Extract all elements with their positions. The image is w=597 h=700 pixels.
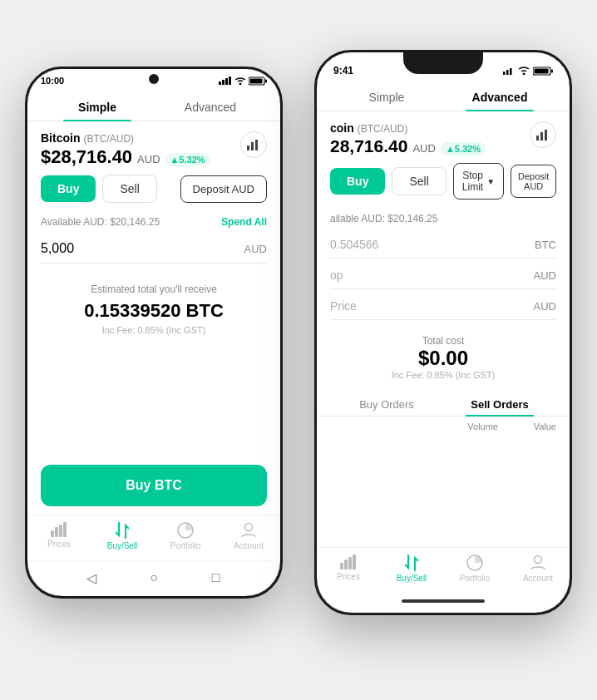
coin-currency-left: AUD [137,153,160,165]
estimated-label: Estimated total you'll receive [41,283,267,295]
android-home-bar: ◁ ○ □ [27,560,280,596]
nav-prices-label-right: Prices [337,572,360,581]
nav-account-left[interactable]: Account [217,522,280,550]
tab-simple-left[interactable]: Simple [41,92,154,121]
svg-rect-25 [540,132,543,140]
buysell-icon-right [405,555,418,571]
portfolio-icon [177,522,194,539]
amount-currency-left: AUD [244,243,267,255]
svg-rect-1 [222,80,224,85]
svg-rect-9 [251,142,254,150]
svg-point-4 [239,83,242,86]
chart-icon-left[interactable] [240,131,267,158]
chart-icon-right[interactable] [530,121,556,148]
sell-orders-tab[interactable]: Sell Orders [443,392,556,416]
coin-header-left: Bitcoin (BTC/AUD) $28,716.40 AUD ▲5.32% [27,121,280,175]
stop-input[interactable]: op AUD [330,262,556,289]
iphone-home-indicator [402,599,485,603]
status-right [219,76,267,86]
nav-account-label-left: Account [234,541,264,550]
buy-button-right[interactable]: Buy [330,168,385,195]
coin-ticker-right: (BTC/AUD) [358,123,408,135]
iphone-status-right [503,67,553,76]
svg-rect-11 [51,530,54,537]
recents-btn[interactable]: □ [208,569,224,586]
sell-button-right[interactable]: Sell [392,167,446,195]
left-tabs: Simple Advanced [27,92,280,121]
svg-point-16 [245,524,253,531]
available-label-left: Available AUD: $20,146.25 [41,216,160,228]
buy-orders-tab[interactable]: Buy Orders [330,392,443,416]
btc-input[interactable]: 0.504566 BTC [330,231,556,259]
deposit-button-right[interactable]: Deposit AUD [511,165,556,198]
total-amount: $0.00 [330,347,556,370]
svg-rect-3 [229,76,231,85]
total-fee: Inc Fee: 0.85% (Inc GST) [330,370,556,380]
stop-limit-button[interactable]: Stop Limit ▼ [453,163,504,200]
input-section-right: ailable AUD: $20,146.25 0.504566 BTC op … [317,210,570,327]
nav-buysell-label-right: Buy/Sell [397,574,427,583]
estimated-amount: 0.15339520 BTC [41,300,267,322]
android-phone: 10:00 Simple Advanced Bitcoin (BTC/A [25,67,283,599]
deposit-button-left[interactable]: Deposit AUD [180,175,267,203]
btc-currency: BTC [535,239,556,251]
nav-buysell-left[interactable]: Buy/Sell [91,522,154,550]
coin-header-right: coin (BTC/AUD) 28,716.40 AUD ▲5.32% [317,111,570,163]
tab-simple-right[interactable]: Simple [330,82,443,111]
btc-placeholder: 0.504566 [330,238,535,251]
nav-account-right[interactable]: Account [506,555,570,583]
nav-portfolio-label-left: Portfolio [170,541,201,550]
tab-advanced-right[interactable]: Advanced [443,82,556,111]
bottom-nav-left: Prices Buy/Sell Portfolio Account [27,515,280,560]
back-btn[interactable]: ◁ [83,569,100,586]
tab-advanced-left[interactable]: Advanced [154,92,267,121]
android-camera [149,74,159,84]
nav-portfolio-left[interactable]: Portfolio [154,522,217,550]
buy-btc-button[interactable]: Buy BTC [41,465,267,506]
nav-buysell-right[interactable]: Buy/Sell [380,555,443,583]
coin-price-left: $28,716.40 [41,146,132,168]
coin-currency-right: AUD [412,142,435,155]
action-buttons-right: Buy Sell Stop Limit ▼ Deposit AUD [317,163,570,210]
svg-rect-2 [225,78,228,85]
svg-rect-8 [247,145,249,150]
prices-icon [51,522,67,537]
estimated-fee: Inc Fee: 0.85% (Inc GST) [41,325,267,335]
coin-name-left: Bitcoin [41,131,80,145]
price-change-left: ▲5.32% [165,153,210,166]
amount-input-left[interactable]: 5,000 AUD [41,234,267,264]
svg-rect-30 [353,555,356,569]
nav-account-label-right: Account [523,574,553,583]
svg-rect-10 [255,140,258,150]
svg-rect-28 [344,560,348,569]
iphone-time: 9:41 [333,65,353,76]
account-icon-left [241,522,256,539]
svg-point-32 [535,556,542,564]
account-icon-right [530,555,545,571]
iphone-phone: 9:41 Simple Advanced coin (BTC/AUD) [314,50,572,615]
svg-rect-0 [219,81,221,85]
action-buttons-left: Buy Sell Deposit AUD [27,175,280,213]
buysell-icon [116,522,129,539]
order-header-col1 [330,421,432,431]
nav-prices-left[interactable]: Prices [27,522,91,550]
sell-button-left[interactable]: Sell [102,175,156,203]
nav-buysell-label-left: Buy/Sell [107,541,138,550]
bar-chart-icon [247,139,260,150]
nav-prices-right[interactable]: Prices [317,555,380,583]
price-input[interactable]: Price AUD [330,293,556,320]
coin-price-right: 28,716.40 [330,136,407,156]
svg-rect-19 [510,68,512,75]
total-section: Total cost $0.00 Inc Fee: 0.85% (Inc GST… [317,327,570,388]
buy-button-left[interactable]: Buy [41,175,96,202]
svg-point-20 [523,73,525,76]
iphone-wifi [518,67,530,75]
order-header-volume: Volume [432,421,498,431]
nav-portfolio-right[interactable]: Portfolio [443,555,506,583]
nav-portfolio-label-right: Portfolio [460,574,491,583]
spend-all-left[interactable]: Spend All [221,216,267,228]
home-btn[interactable]: ○ [146,569,162,586]
coin-name-right: coin [330,121,354,135]
total-label: Total cost [330,335,556,347]
wifi-icon [234,76,246,85]
